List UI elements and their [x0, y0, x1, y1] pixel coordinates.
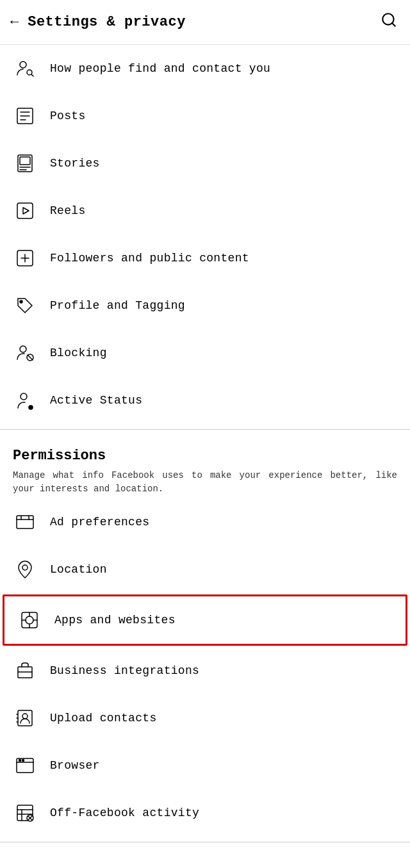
reels-icon	[13, 199, 37, 223]
contacts-icon	[13, 706, 37, 730]
menu-label-upload-contacts: Upload contacts	[50, 712, 157, 725]
svg-line-4	[31, 74, 33, 76]
permissions-description: Manage what info Facebook uses to make y…	[13, 469, 397, 496]
header: ← Settings & privacy	[0, 0, 410, 45]
search-button[interactable]	[381, 12, 397, 33]
menu-item-profile-tagging[interactable]: Profile and Tagging	[0, 282, 410, 329]
off-facebook-icon	[13, 801, 37, 825]
svg-rect-10	[20, 157, 30, 165]
browser-icon	[13, 753, 37, 778]
svg-point-22	[20, 393, 27, 400]
menu-item-off-facebook[interactable]: Off-Facebook activity	[0, 789, 410, 837]
menu-label-followers: Followers and public content	[50, 252, 249, 265]
menu-item-business-integrations[interactable]: Business integrations	[0, 647, 410, 694]
menu-item-posts[interactable]: Posts	[0, 92, 410, 140]
svg-rect-13	[17, 203, 33, 218]
menu-item-location[interactable]: Location	[0, 546, 410, 593]
svg-point-2	[20, 61, 26, 68]
menu-item-blocking[interactable]: Blocking	[0, 329, 410, 377]
permissions-header: Permissions Manage what info Facebook us…	[0, 435, 410, 498]
menu-label-profile-tagging: Profile and Tagging	[50, 299, 185, 312]
blocking-icon	[13, 341, 37, 365]
menu-item-upload-contacts[interactable]: Upload contacts	[0, 694, 410, 742]
business-icon	[13, 659, 37, 683]
svg-line-1	[392, 23, 395, 26]
svg-point-30	[26, 616, 33, 624]
header-left: ← Settings & privacy	[10, 14, 186, 30]
person-search-icon	[13, 56, 37, 81]
menu-item-ad-preferences[interactable]: Ad preferences	[0, 498, 410, 546]
menu-label-how-people-find: How people find and contact you	[50, 62, 270, 75]
menu-label-apps-websites: Apps and websites	[54, 614, 176, 626]
ad-icon	[13, 510, 37, 534]
menu-item-apps-websites[interactable]: Apps and websites	[3, 594, 407, 646]
back-button[interactable]: ←	[10, 14, 19, 30]
svg-rect-24	[17, 516, 33, 528]
active-status-icon	[13, 388, 37, 413]
menu-item-how-people-find[interactable]: How people find and contact you	[0, 45, 410, 92]
menu-item-browser[interactable]: Browser	[0, 742, 410, 789]
svg-point-38	[22, 714, 28, 719]
svg-point-23	[29, 405, 33, 409]
svg-point-45	[22, 760, 24, 762]
menu-label-active-status: Active Status	[50, 394, 142, 407]
menu-label-browser: Browser	[50, 759, 100, 772]
menu-item-stories[interactable]: Stories	[0, 140, 410, 187]
svg-rect-37	[18, 710, 32, 726]
permissions-title: Permissions	[13, 448, 397, 464]
followers-icon	[13, 246, 37, 270]
menu-label-business-integrations: Business integrations	[50, 664, 199, 677]
svg-point-19	[20, 346, 26, 352]
posts-icon	[13, 104, 37, 128]
stories-icon	[13, 151, 37, 176]
menu-item-followers[interactable]: Followers and public content	[0, 234, 410, 282]
menu-label-off-facebook: Off-Facebook activity	[50, 807, 199, 819]
svg-point-28	[22, 565, 28, 570]
menu-label-location: Location	[50, 563, 107, 576]
menu-label-reels: Reels	[50, 204, 86, 217]
svg-point-44	[19, 760, 21, 762]
bottom-divider	[0, 842, 410, 842]
svg-marker-14	[23, 208, 29, 214]
menu-label-stories: Stories	[50, 157, 100, 170]
page-title: Settings & privacy	[28, 14, 186, 30]
location-icon	[13, 557, 37, 582]
menu-item-reels[interactable]: Reels	[0, 187, 410, 234]
menu-label-blocking: Blocking	[50, 347, 107, 359]
menu-item-active-status[interactable]: Active Status	[0, 377, 410, 424]
svg-point-18	[20, 300, 22, 303]
apps-icon	[17, 608, 42, 632]
svg-line-21	[28, 355, 33, 360]
menu-label-ad-preferences: Ad preferences	[50, 516, 149, 528]
menu-label-posts: Posts	[50, 110, 86, 122]
tag-icon	[13, 293, 37, 318]
section-divider	[0, 429, 410, 430]
